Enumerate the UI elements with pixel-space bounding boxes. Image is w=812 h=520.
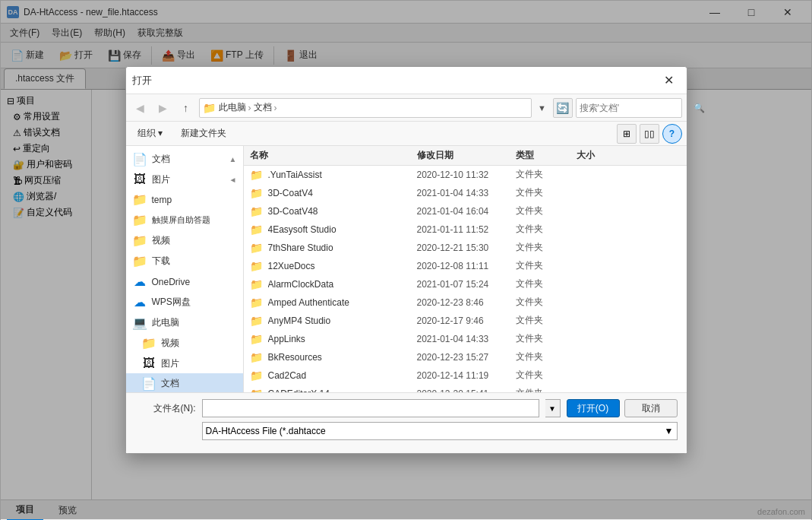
file-date: 2021-01-04 14:33 [417,334,516,344]
table-row[interactable]: 📁 Cad2Cad 2020-12-14 11:19 文件夹 [244,366,687,385]
table-row[interactable]: 📁 .YunTaiAssist 2020-12-10 11:32 文件夹 [244,166,687,184]
file-type: 文件夹 [516,168,577,181]
folder-icon: 📁 [250,260,265,272]
file-date: 2020-12-17 9:46 [417,315,516,326]
left-item-video[interactable]: 📁 视频 [126,230,243,251]
right-panel: 名称 修改日期 类型 大小 📁 .YunTaiAssist 2020-12-10… [244,146,687,392]
left-item-thispc[interactable]: 💻 此电脑 [126,312,243,333]
table-row[interactable]: 📁 AppLinks 2021-01-04 14:33 文件夹 [244,330,687,348]
app-window: DA DA-HtAccess - new_file.htaccess — □ ✕… [0,0,812,520]
refresh-button[interactable]: 🔄 [553,98,573,118]
address-dropdown-btn[interactable]: ▼ [535,98,550,118]
filename-input[interactable] [202,399,539,417]
help-button[interactable]: ? [662,124,682,144]
dialog-close-button[interactable]: ✕ [658,69,681,92]
file-type: 文件夹 [516,350,577,363]
file-date: 2021-01-11 11:52 [417,224,516,235]
file-name: AlarmClockData [268,279,417,290]
table-row[interactable]: 📁 12XueDocs 2020-12-08 11:11 文件夹 [244,257,687,275]
filetype-row: DA-HtAccess File (*.dahtacce ▼ [135,422,678,440]
left-item-pc-video[interactable]: 📁 视频 [126,333,243,354]
col-header-name[interactable]: 名称 [250,149,417,162]
file-name: AnyMP4 Studio [268,315,417,326]
dialog-toolbar: 组织 ▾ 新建文件夹 ⊞ ▯▯ ? [126,122,687,146]
folder-icon: 📁 [250,296,265,309]
side-by-side-button[interactable]: ▯▯ [640,124,659,144]
dialog-bottom: 文件名(N): ▼ 打开(O) 取消 DA-HtAccess File (*.d… [126,392,687,453]
file-date: 2020-12-08 11:11 [417,261,516,271]
address-path[interactable]: 📁 此电脑 › 文档 › [199,98,532,118]
dialog-action-btns: 打开(O) 取消 [567,399,678,417]
left-item-touch[interactable]: 📁 触摸屏自助答题 [126,210,243,230]
cancel-button[interactable]: 取消 [624,399,678,417]
file-name: AppLinks [268,334,417,344]
folder-icon: 📁 [250,278,265,290]
file-type: 文件夹 [516,277,577,290]
path-pc[interactable]: 此电脑 [219,101,246,114]
table-row[interactable]: 📁 7thShare Studio 2020-12-21 15:30 文件夹 [244,239,687,257]
dialog-body: 📄 文档 ▲ 🖼 图片 ◄ 📁 temp 📁 [126,146,687,392]
table-row[interactable]: 📁 3D-CoatV48 2021-01-04 16:04 文件夹 [244,202,687,220]
organize-button[interactable]: 组织 ▾ [131,124,169,143]
file-type: 文件夹 [516,296,577,309]
file-type: 文件夹 [516,387,577,392]
onedrive-icon: ☁ [132,274,147,289]
file-name: .YunTaiAssist [268,170,417,180]
pc-video-icon: 📁 [141,336,156,350]
search-icon: 🔍 [694,103,705,113]
forward-button[interactable]: ▶ [153,98,173,118]
table-row[interactable]: 📁 AnyMP4 Studio 2020-12-17 9:46 文件夹 [244,312,687,330]
col-header-type[interactable]: 类型 [516,149,577,162]
up-button[interactable]: ↑ [176,98,196,118]
file-date: 2020-12-10 11:32 [417,170,516,180]
file-type: 文件夹 [516,205,577,217]
back-button[interactable]: ◀ [131,98,150,118]
search-input[interactable] [580,103,694,113]
left-item-onedrive[interactable]: ☁ OneDrive [126,271,243,292]
video-icon: 📁 [132,233,147,248]
path-docs[interactable]: 文档 [254,101,272,114]
file-type: 文件夹 [516,369,577,382]
table-row[interactable]: 📁 BkResources 2020-12-23 15:27 文件夹 [244,348,687,366]
left-item-wps[interactable]: ☁ WPS网盘 [126,292,243,312]
open-button[interactable]: 打开(O) [567,399,620,417]
table-row[interactable]: 📁 3D-CoatV4 2021-01-04 14:33 文件夹 [244,184,687,202]
file-name: 4Easysoft Studio [268,224,417,235]
filetype-select[interactable]: DA-HtAccess File (*.dahtacce ▼ [202,422,678,440]
table-row[interactable]: 📁 AlarmClockData 2021-01-07 15:24 文件夹 [244,275,687,293]
dialog-toolbar-right: ⊞ ▯▯ ? [617,124,682,144]
folder-icon: 📁 [250,315,265,327]
temp-icon: 📁 [132,192,147,207]
address-folder-icon: 📁 [203,102,216,114]
folder-icon: 📁 [250,169,265,181]
filetype-value: DA-HtAccess File (*.dahtacce [206,426,326,436]
filetype-arrow: ▼ [665,426,674,436]
folder-icon: 📁 [250,242,265,254]
table-row[interactable]: 📁 CADEditorX 14 2020-12-30 15:41 文件夹 [244,385,687,392]
new-folder-button[interactable]: 新建文件夹 [174,124,233,143]
left-item-pc-documents[interactable]: 📄 文档 [126,373,243,392]
file-date: 2020-12-14 11:19 [417,370,516,381]
filename-dropdown[interactable]: ▼ [545,399,561,417]
col-header-size[interactable]: 大小 [577,149,630,162]
dialog-toolbar-left: 组织 ▾ 新建文件夹 [131,124,233,143]
left-item-documents[interactable]: 📄 文档 ▲ [126,149,243,170]
file-list-header: 名称 修改日期 类型 大小 [244,146,687,166]
left-item-download[interactable]: 📁 下载 [126,251,243,271]
file-name: 3D-CoatV48 [268,206,417,217]
left-panel: 📄 文档 ▲ 🖼 图片 ◄ 📁 temp 📁 [126,146,244,392]
filename-row: 文件名(N): ▼ 打开(O) 取消 [135,399,678,417]
file-date: 2020-12-23 15:27 [417,352,516,363]
view-button[interactable]: ⊞ [617,124,637,144]
table-row[interactable]: 📁 Amped Authenticate 2020-12-23 8:46 文件夹 [244,293,687,312]
folder-icon: 📁 [250,224,265,236]
wps-icon: ☁ [132,295,147,309]
left-item-pictures[interactable]: 🖼 图片 ◄ [126,170,243,189]
file-name: 3D-CoatV4 [268,188,417,198]
left-item-temp[interactable]: 📁 temp [126,189,243,210]
left-item-pc-pictures[interactable]: 🖼 图片 [126,354,243,373]
table-row[interactable]: 📁 4Easysoft Studio 2021-01-11 11:52 文件夹 [244,220,687,239]
col-header-date[interactable]: 修改日期 [417,149,516,162]
file-type: 文件夹 [516,186,577,199]
folder-icon: 📁 [250,205,265,217]
